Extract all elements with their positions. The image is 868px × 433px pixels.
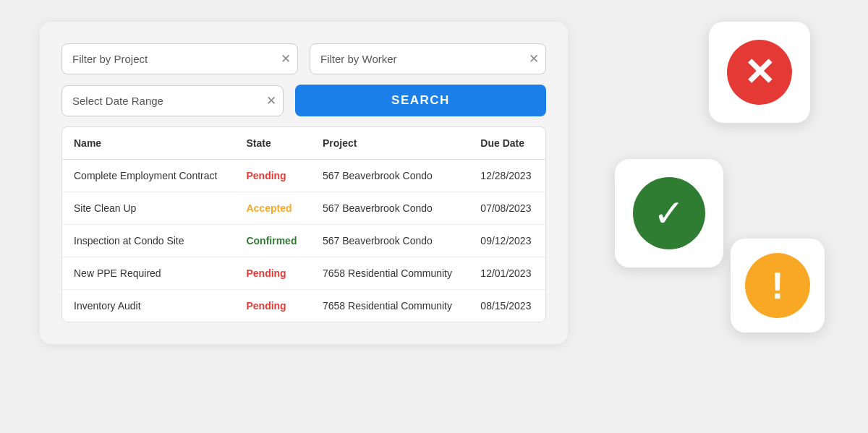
table-row: Inspection at Condo SiteConfirmed567 Bea… (62, 225, 545, 257)
row-project: 567 Beaverbrook Condo (311, 225, 469, 257)
row-due-date: 08/15/2023 (469, 290, 545, 322)
worker-filter-container: ✕ (310, 43, 546, 74)
table-row: New PPE RequiredPending7658 Residential … (62, 257, 545, 290)
warning-exclaim-icon: ! (771, 267, 783, 304)
col-header-project: Project (311, 127, 469, 160)
date-filter-input[interactable] (61, 85, 284, 116)
row-state: Pending (234, 290, 311, 322)
error-icon-card: ✕ (709, 22, 810, 123)
project-clear-button[interactable]: ✕ (281, 53, 291, 65)
row-project: 7658 Residential Community (311, 290, 469, 322)
table-row: Complete Employment ContractPending567 B… (62, 160, 545, 192)
row-name: Inspection at Condo Site (62, 225, 234, 257)
filter-row-1: ✕ ✕ (61, 43, 546, 74)
date-filter-container: ✕ (61, 85, 284, 116)
row-due-date: 12/01/2023 (469, 257, 545, 290)
results-table-container: Name State Project Due Date Complete Emp… (61, 127, 546, 322)
worker-filter-input[interactable] (310, 43, 546, 74)
row-due-date: 12/28/2023 (469, 160, 545, 192)
date-clear-button[interactable]: ✕ (266, 95, 276, 107)
row-due-date: 09/12/2023 (469, 225, 545, 257)
warning-icon-card: ! (731, 239, 825, 333)
worker-clear-button[interactable]: ✕ (529, 53, 539, 65)
row-name: Inventory Audit (62, 290, 234, 322)
row-name: Complete Employment Contract (62, 160, 234, 192)
col-header-state: State (234, 127, 311, 160)
search-button[interactable]: SEARCH (295, 85, 546, 116)
table-row: Inventory AuditPending7658 Residential C… (62, 290, 545, 322)
success-icon-card: ✓ (615, 159, 723, 267)
filter-row-2: ✕ SEARCH (61, 85, 546, 116)
col-header-due-date: Due Date (469, 127, 545, 160)
row-project: 567 Beaverbrook Condo (311, 192, 469, 225)
table-header-row: Name State Project Due Date (62, 127, 545, 160)
row-project: 567 Beaverbrook Condo (311, 160, 469, 192)
main-panel: ✕ ✕ ✕ SEARCH Name State Project Due Date (40, 22, 568, 344)
success-circle: ✓ (633, 177, 705, 249)
row-state: Confirmed (234, 225, 311, 257)
results-table: Name State Project Due Date Complete Emp… (62, 127, 545, 322)
project-filter-input[interactable] (61, 43, 298, 74)
error-x-icon: ✕ (744, 53, 775, 91)
row-state: Pending (234, 160, 311, 192)
warning-circle: ! (745, 253, 810, 318)
table-row: Site Clean UpAccepted567 Beaverbrook Con… (62, 192, 545, 225)
row-name: New PPE Required (62, 257, 234, 290)
row-state: Accepted (234, 192, 311, 225)
row-state: Pending (234, 257, 311, 290)
success-check-icon: ✓ (653, 194, 685, 232)
row-due-date: 07/08/2023 (469, 192, 545, 225)
row-name: Site Clean Up (62, 192, 234, 225)
error-circle: ✕ (727, 40, 792, 105)
project-filter-container: ✕ (61, 43, 298, 74)
col-header-name: Name (62, 127, 234, 160)
row-project: 7658 Residential Community (311, 257, 469, 290)
